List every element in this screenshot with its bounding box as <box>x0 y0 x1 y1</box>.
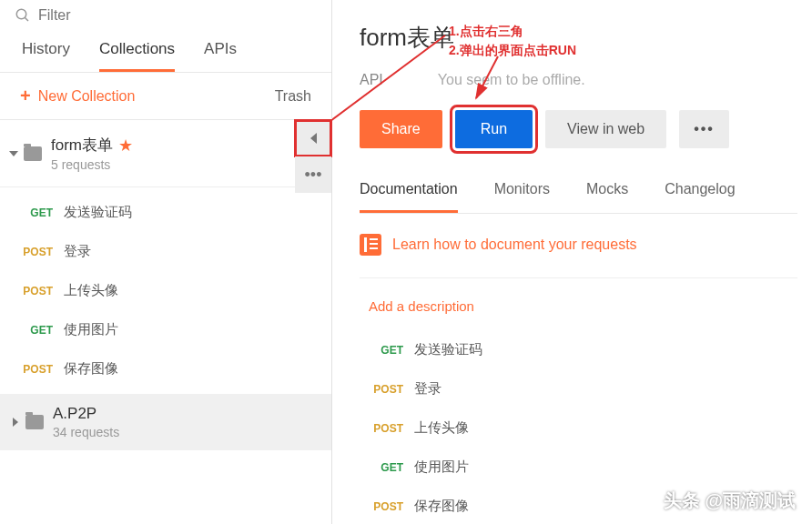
request-name: 保存图像 <box>414 498 469 515</box>
annotation-1: 1.点击右三角 <box>449 24 523 38</box>
offline-text: You seem to be offline. <box>438 72 585 88</box>
request-name: 使用图片 <box>64 321 118 338</box>
request-item[interactable]: POST登录 <box>360 369 797 408</box>
collection-count: 5 requests <box>51 157 322 172</box>
tab-history[interactable]: History <box>22 40 70 72</box>
request-name: 使用图片 <box>414 458 469 476</box>
tab-documentation[interactable]: Documentation <box>360 181 458 213</box>
collection-name: form表单 ★ <box>51 135 322 156</box>
collection-header[interactable]: form表单 ★ 5 requests ••• <box>0 120 331 187</box>
divider <box>360 277 797 278</box>
request-item[interactable]: GET使用图片 <box>360 448 797 487</box>
button-row: Share Run View in web ••• <box>360 110 797 148</box>
sub-collection-count: 34 requests <box>53 425 319 439</box>
annotation-text: 1.点击右三角 2.弹出的界面点击RUN <box>449 22 576 60</box>
share-button[interactable]: Share <box>360 110 442 148</box>
tab-monitors[interactable]: Monitors <box>494 181 550 213</box>
sub-collection-name: A.P2P <box>53 405 319 423</box>
main-request-list: GET发送验证码 POST登录 POST上传头像 GET使用图片 POST保存图… <box>360 330 797 524</box>
request-item[interactable]: GET使用图片 <box>0 310 331 349</box>
caret-down-icon <box>9 151 18 156</box>
method-badge: GET <box>18 324 53 337</box>
caret-right-icon <box>13 418 18 427</box>
doc-tabs: Documentation Monitors Mocks Changelog <box>360 181 797 214</box>
filter-input[interactable] <box>38 7 317 24</box>
triangle-left-icon <box>310 133 317 144</box>
svg-line-1 <box>25 17 28 21</box>
filter-box <box>0 0 331 31</box>
star-icon[interactable]: ★ <box>118 136 133 156</box>
collection-info: form表单 ★ 5 requests <box>51 135 322 172</box>
annotation-2: 2.弹出的界面点击RUN <box>449 43 576 57</box>
page-title: form表单 <box>360 22 797 54</box>
method-badge: POST <box>18 285 53 297</box>
learn-link[interactable]: Learn how to document your requests <box>360 234 797 256</box>
collection-name-label: form表单 <box>51 135 113 156</box>
document-icon <box>360 234 381 256</box>
run-button[interactable]: Run <box>455 110 533 148</box>
request-item[interactable]: POST保存图像 <box>0 349 331 388</box>
method-badge: POST <box>18 363 53 376</box>
folder-icon <box>25 415 44 429</box>
request-item[interactable]: POST保存图像 <box>360 487 797 524</box>
request-name: 发送验证码 <box>414 341 482 358</box>
new-collection-row: + New Collection Trash <box>0 73 331 120</box>
sub-collection-info: A.P2P 34 requests <box>53 405 319 439</box>
view-in-web-button[interactable]: View in web <box>545 110 666 148</box>
tab-changelog[interactable]: Changelog <box>665 181 735 213</box>
svg-point-0 <box>16 9 26 19</box>
tab-mocks[interactable]: Mocks <box>586 181 628 213</box>
more-button[interactable]: ••• <box>679 110 729 148</box>
method-badge: POST <box>369 422 403 435</box>
main-panel: form表单 1.点击右三角 2.弹出的界面点击RUN API You seem… <box>332 0 812 524</box>
sidebar-tabs: History Collections APIs <box>0 31 331 73</box>
request-name: 登录 <box>414 380 442 398</box>
add-description-link[interactable]: Add a description <box>369 298 797 314</box>
tab-apis[interactable]: APIs <box>204 40 237 72</box>
request-item[interactable]: POST上传头像 <box>0 271 331 310</box>
sub-collection: A.P2P 34 requests <box>0 394 331 450</box>
method-badge: GET <box>369 461 403 474</box>
api-label: API <box>360 72 383 88</box>
method-badge: POST <box>369 383 403 396</box>
sub-collection-header[interactable]: A.P2P 34 requests <box>0 394 331 450</box>
method-badge: GET <box>18 207 53 219</box>
request-item[interactable]: GET发送验证码 <box>0 193 331 232</box>
folder-icon <box>24 146 42 161</box>
new-collection-button[interactable]: + New Collection <box>20 86 135 106</box>
collapse-button[interactable] <box>295 120 331 156</box>
plus-icon: + <box>20 86 31 106</box>
more-options-button[interactable]: ••• <box>295 156 331 193</box>
request-name: 上传头像 <box>64 282 118 299</box>
learn-label: Learn how to document your requests <box>392 237 637 253</box>
collection-actions: ••• <box>295 120 331 193</box>
request-name: 保存图像 <box>64 360 118 378</box>
request-name: 发送验证码 <box>64 204 132 221</box>
new-collection-label: New Collection <box>38 88 136 105</box>
request-item[interactable]: POST上传头像 <box>360 408 797 448</box>
sidebar: History Collections APIs + New Collectio… <box>0 0 332 524</box>
method-badge: GET <box>369 344 403 357</box>
search-icon <box>15 7 31 24</box>
request-list: GET发送验证码 POST登录 POST上传头像 GET使用图片 POST保存图… <box>0 187 331 388</box>
request-name: 上传头像 <box>414 419 469 437</box>
method-badge: POST <box>18 246 53 258</box>
request-item[interactable]: POST登录 <box>0 232 331 271</box>
method-badge: POST <box>369 500 403 513</box>
tab-collections[interactable]: Collections <box>99 40 175 72</box>
trash-button[interactable]: Trash <box>275 88 311 105</box>
api-row: API You seem to be offline. <box>360 72 797 88</box>
request-item[interactable]: GET发送验证码 <box>360 330 797 369</box>
request-name: 登录 <box>64 243 91 260</box>
